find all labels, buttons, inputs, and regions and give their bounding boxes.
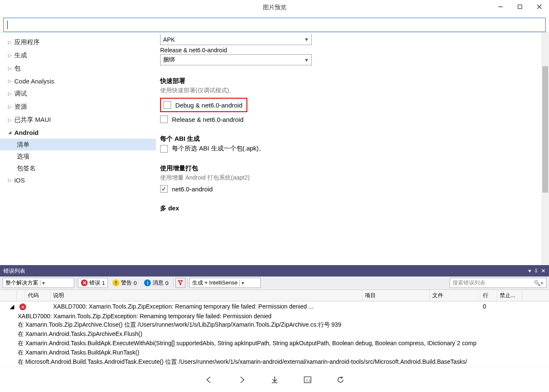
abi-heading: 每个 ABI 生成 bbox=[160, 135, 545, 143]
svg-text:1:1: 1:1 bbox=[306, 379, 311, 382]
sidebar-sub-signing[interactable]: 包签名 bbox=[0, 162, 156, 174]
minimize-button[interactable] bbox=[491, 0, 510, 13]
row-suppress bbox=[497, 301, 522, 305]
filter-count: 1 bbox=[102, 280, 105, 286]
sidebar-sub-manifest[interactable]: 清单 bbox=[0, 139, 156, 150]
sidebar-item-build[interactable]: 生成 bbox=[0, 49, 156, 62]
filter-label: 警告 bbox=[121, 279, 132, 287]
viewer-toolbar: 1:1 bbox=[0, 367, 549, 392]
abi-checkbox[interactable]: 每个所选 ABI 生成一个包(.apk)。 bbox=[160, 145, 545, 153]
source-dropdown[interactable]: 生成 + IntelliSense ▾ bbox=[189, 278, 261, 288]
expand-toggle[interactable]: ◢ bbox=[0, 301, 17, 311]
chevron-right-icon bbox=[7, 53, 13, 58]
col-file[interactable]: 文件 bbox=[430, 290, 480, 301]
scrollbar[interactable] bbox=[541, 32, 549, 265]
separator bbox=[187, 279, 187, 287]
panel-header-controls: ▾ ⇩ ✕ bbox=[528, 268, 546, 274]
window-title: 图片预览 bbox=[263, 4, 287, 11]
col-project[interactable]: 项目 bbox=[362, 290, 430, 301]
checkbox-icon bbox=[160, 145, 168, 153]
window-controls bbox=[491, 0, 549, 13]
error-detail-line: 在 Microsoft.Android.Build.Tasks.AndroidT… bbox=[0, 357, 549, 367]
main-region: 应用程序 生成 包 Code Analysis 调试 资源 已共享 MAUI A… bbox=[0, 32, 549, 265]
error-list-toolbar: 整个解决方案 ▾ ✕ 错误 1 ! 警告 0 i 消息 0 生成 + Intel… bbox=[0, 277, 549, 290]
maximize-button[interactable] bbox=[510, 0, 530, 13]
panel-menu-icon[interactable]: ▾ bbox=[528, 268, 531, 274]
dropdown-value: 生成 + IntelliSense bbox=[192, 279, 238, 287]
error-detail-line: XABLD7000: Xamarin.Tools.Zip.ZipExceptio… bbox=[0, 312, 549, 320]
col-suppress[interactable]: 禁止... bbox=[497, 290, 522, 301]
error-list-title: 错误列表 bbox=[3, 267, 25, 275]
sidebar-item-ios[interactable]: iOS bbox=[0, 174, 156, 186]
dropdown-value: APK bbox=[163, 36, 175, 43]
messages-filter-button[interactable]: i 消息 0 bbox=[141, 278, 171, 288]
chevron-right-icon bbox=[7, 40, 13, 45]
scope-dropdown[interactable]: 整个解决方案 ▾ bbox=[3, 278, 74, 288]
chevron-down-icon: ▾ bbox=[40, 280, 45, 286]
close-panel-icon[interactable]: ✕ bbox=[541, 268, 546, 274]
col-line[interactable]: 行 bbox=[480, 290, 497, 301]
sidebar-item-package[interactable]: 包 bbox=[0, 62, 156, 75]
actual-size-button[interactable]: 1:1 bbox=[302, 374, 313, 386]
fast-deploy-debug-checkbox[interactable]: Debug & net6.0-android bbox=[160, 98, 247, 112]
sidebar-item-shared-maui[interactable]: 已共享 MAUI bbox=[0, 113, 156, 126]
download-button[interactable] bbox=[269, 374, 281, 386]
chevron-down-icon: ▾ bbox=[303, 36, 310, 43]
warning-icon: ! bbox=[112, 279, 119, 286]
chevron-right-icon bbox=[7, 91, 13, 97]
sidebar-sub-label: 包签名 bbox=[17, 164, 36, 172]
sidebar-item-label: 生成 bbox=[14, 51, 27, 59]
sidebar-item-resources[interactable]: 资源 bbox=[0, 100, 156, 113]
dropdown-value: 捆绑 bbox=[163, 56, 175, 64]
separator bbox=[173, 279, 174, 287]
clear-filter-button[interactable] bbox=[175, 278, 185, 288]
sidebar-item-android[interactable]: Android bbox=[0, 126, 156, 139]
next-button[interactable] bbox=[236, 374, 248, 386]
sidebar: 应用程序 生成 包 Code Analysis 调试 资源 已共享 MAUI A… bbox=[0, 32, 156, 265]
sidebar-sub-label: 选项 bbox=[17, 153, 29, 160]
fast-deploy-release-checkbox[interactable]: Release & net6.0-android bbox=[160, 115, 545, 123]
col-code[interactable]: 代码 bbox=[25, 290, 51, 301]
incremental-checkbox[interactable]: ✓ net6.0-android bbox=[160, 185, 545, 193]
close-button[interactable] bbox=[530, 0, 549, 13]
row-project bbox=[362, 301, 430, 305]
prev-button[interactable] bbox=[203, 374, 215, 386]
sidebar-sub-options[interactable]: 选项 bbox=[0, 150, 156, 162]
row-error-icon: ✕ bbox=[17, 301, 25, 312]
text-cursor bbox=[7, 21, 8, 29]
error-search-input[interactable]: 搜索错误列表 🔍▾ bbox=[450, 278, 546, 288]
search-input[interactable] bbox=[3, 18, 546, 32]
sidebar-item-app[interactable]: 应用程序 bbox=[0, 36, 156, 49]
dropdown-value: 整个解决方案 bbox=[5, 279, 38, 287]
warnings-filter-button[interactable]: ! 警告 0 bbox=[110, 278, 139, 288]
scrollbar-thumb[interactable] bbox=[542, 66, 548, 193]
checkbox-label: 每个所选 ABI 生成一个包(.apk)。 bbox=[172, 145, 265, 153]
chevron-down-icon: ▾ bbox=[239, 280, 244, 286]
fast-deploy-desc: 使用快速部署(仅调试模式)。 bbox=[160, 87, 545, 94]
apk-format-dropdown[interactable]: APK ▾ bbox=[160, 34, 312, 45]
filter-count: 0 bbox=[165, 280, 168, 286]
pin-icon[interactable]: ⇩ bbox=[534, 268, 538, 274]
sidebar-item-debug[interactable]: 调试 bbox=[0, 87, 156, 100]
error-list-header: 错误列表 ▾ ⇩ ✕ bbox=[0, 266, 549, 277]
sidebar-item-code-analysis[interactable]: Code Analysis bbox=[0, 75, 156, 87]
separator bbox=[76, 279, 76, 287]
col-desc[interactable]: 说明 bbox=[51, 290, 362, 301]
incremental-desc: 使用增量 Android 打包系统(aapt2) bbox=[160, 174, 545, 182]
bind-dropdown[interactable]: 捆绑 ▾ bbox=[160, 54, 312, 65]
checkbox-icon bbox=[160, 115, 168, 123]
chevron-down-icon: ▾ bbox=[303, 56, 310, 63]
error-icon: ✕ bbox=[81, 279, 88, 286]
error-row[interactable]: ◢ ✕ XABLD7000: Xamarin.Tools.Zip.ZipExce… bbox=[0, 301, 549, 312]
expand-col bbox=[0, 290, 17, 301]
search-icon: 🔍▾ bbox=[534, 280, 544, 286]
errors-filter-button[interactable]: ✕ 错误 1 bbox=[78, 278, 108, 288]
chevron-right-icon bbox=[7, 177, 13, 183]
search-wrap bbox=[0, 15, 549, 32]
refresh-button[interactable] bbox=[335, 374, 346, 386]
chevron-right-icon bbox=[7, 78, 13, 84]
sidebar-item-label: 应用程序 bbox=[14, 38, 40, 46]
sidebar-item-label: 包 bbox=[14, 64, 21, 72]
error-detail-line: 在 Xamarin.Android.Tasks.ZipArchiveEx.Flu… bbox=[0, 330, 549, 339]
error-detail-line: 在 Xamarin.Android.Tasks.BuildApk.Execute… bbox=[0, 339, 549, 348]
